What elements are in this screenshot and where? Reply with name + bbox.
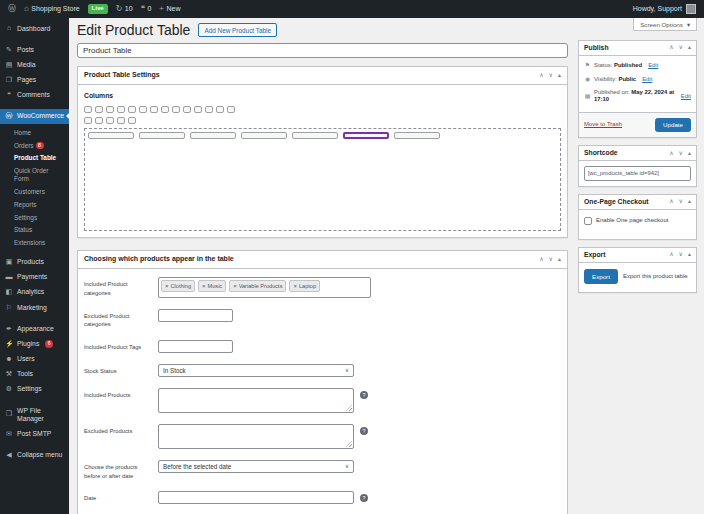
sidebar-subitem[interactable]: Reports (0, 198, 69, 211)
sidebar-subitem[interactable]: Extensions (0, 237, 69, 250)
column-button[interactable] (172, 106, 180, 113)
shortcode-value[interactable]: [wc_products_table id=942] (584, 166, 691, 181)
column-button[interactable] (194, 106, 202, 113)
move-up-icon[interactable]: ∧ (669, 251, 673, 258)
column-button[interactable] (84, 106, 92, 113)
excluded-categories-input[interactable] (158, 309, 233, 322)
stock-status-select[interactable]: In Stock ∨ (158, 364, 354, 377)
sidebar-item[interactable]: ⚙ Settings (0, 382, 69, 397)
sidebar-item[interactable]: ⚒ Tools (0, 367, 69, 382)
sidebar-subitem[interactable]: Product Table (0, 152, 69, 165)
move-down-icon[interactable]: ∨ (679, 150, 683, 157)
sidebar-subitem[interactable]: Home (0, 126, 69, 139)
included-tags-input[interactable] (158, 340, 233, 353)
sidebar-item[interactable]: ▬ Payments (0, 270, 69, 285)
update-button[interactable]: Update (655, 118, 691, 133)
updates-menu[interactable]: ↻ 10 (116, 4, 133, 14)
export-button[interactable]: Export (584, 269, 618, 284)
wp-logo-menu[interactable]: Ⓦ (8, 4, 16, 14)
selected-column-chip[interactable] (139, 132, 185, 139)
selected-column-chip[interactable] (241, 132, 287, 139)
column-button[interactable] (183, 106, 191, 113)
selected-column-chip[interactable] (292, 132, 338, 139)
sidebar-subitem[interactable]: Settings (0, 211, 69, 224)
move-down-icon[interactable]: ∨ (679, 44, 683, 51)
sidebar-item[interactable]: ◀ Collapse menu (0, 447, 69, 462)
column-button[interactable] (139, 106, 147, 113)
column-button[interactable] (150, 106, 158, 113)
sidebar-subitem[interactable]: Quick Order Form (0, 165, 69, 186)
new-menu[interactable]: + New (159, 4, 180, 14)
selected-column-chip[interactable] (394, 132, 440, 139)
help-icon[interactable]: ? (360, 494, 368, 502)
sidebar-item[interactable]: ✎ Posts (0, 42, 69, 57)
selected-column-chip[interactable] (343, 132, 389, 139)
sidebar-item[interactable]: ▣ Products (0, 255, 69, 270)
comments-menu[interactable]: ❝ 0 (141, 4, 152, 14)
category-chip[interactable]: × Music (198, 280, 226, 292)
excluded-products-textarea[interactable] (158, 424, 354, 449)
included-products-textarea[interactable] (158, 388, 354, 413)
shortcode-box-header[interactable]: Shortcode ∧ ∨ ▴ (579, 146, 696, 161)
sidebar-subitem[interactable]: Status (0, 224, 69, 237)
sidebar-item[interactable]: ✉ Post SMTP (0, 426, 69, 441)
edit-status-link[interactable]: Edit (648, 62, 658, 69)
remove-icon[interactable]: × (233, 283, 237, 290)
toggle-panel-icon[interactable]: ▴ (688, 251, 691, 258)
column-button[interactable] (117, 117, 125, 124)
column-button[interactable] (95, 117, 103, 124)
settings-box-header[interactable]: Product Table Settings ∧ ∨ ▴ (78, 67, 567, 85)
one-page-checkout-checkbox[interactable] (584, 217, 592, 225)
remove-icon[interactable]: × (165, 283, 169, 290)
move-down-icon[interactable]: ∨ (549, 72, 553, 79)
live-badge[interactable]: Live (88, 4, 108, 13)
remove-icon[interactable]: × (293, 283, 297, 290)
column-button[interactable] (227, 106, 235, 113)
selected-column-chip[interactable] (190, 132, 236, 139)
sidebar-item[interactable]: ❐ Pages (0, 73, 69, 88)
column-button[interactable] (84, 117, 92, 124)
column-button[interactable] (205, 106, 213, 113)
toggle-panel-icon[interactable]: ▴ (558, 72, 561, 79)
move-down-icon[interactable]: ∨ (549, 256, 553, 263)
selected-column-chip[interactable] (88, 132, 134, 139)
sidebar-item[interactable]: ⚡ Plugins 6 (0, 336, 69, 351)
edit-published-link[interactable]: Edit (681, 93, 691, 100)
column-button[interactable] (106, 106, 114, 113)
remove-icon[interactable]: × (202, 283, 206, 290)
move-up-icon[interactable]: ∧ (669, 44, 673, 51)
sidebar-item[interactable]: ✒ Appearance (0, 321, 69, 336)
toggle-panel-icon[interactable]: ▴ (558, 256, 561, 263)
column-button[interactable] (95, 106, 103, 113)
column-button[interactable] (161, 106, 169, 113)
help-icon[interactable]: ? (360, 391, 368, 399)
toggle-panel-icon[interactable]: ▴ (688, 44, 691, 51)
move-up-icon[interactable]: ∧ (669, 198, 673, 205)
howdy-menu[interactable]: Howdy, Support (633, 5, 682, 13)
category-chip[interactable]: × Variable Products (229, 280, 286, 292)
help-icon[interactable]: ? (360, 427, 368, 435)
move-up-icon[interactable]: ∧ (539, 256, 543, 263)
site-menu[interactable]: ⌂ Shopping Store (24, 4, 80, 14)
export-box-header[interactable]: Export ∧ ∨ ▴ (579, 248, 696, 263)
sidebar-subitem[interactable]: Orders 8 (0, 139, 69, 152)
move-to-trash-link[interactable]: Move to Trash (584, 121, 622, 128)
sidebar-item[interactable]: ☻ Users (0, 352, 69, 367)
edit-visibility-link[interactable]: Edit (642, 76, 652, 83)
sidebar-item[interactable]: ▤ Media (0, 57, 69, 72)
sidebar-item-woocommerce[interactable]: Ⓦ WooCommerce (0, 109, 69, 124)
move-up-icon[interactable]: ∧ (669, 150, 673, 157)
included-categories-input[interactable]: × Clothing × Music × Variable Products × (158, 277, 371, 297)
screen-options-tab[interactable]: Screen Options ▾ (633, 18, 697, 31)
column-button[interactable] (106, 117, 114, 124)
sidebar-item[interactable]: ◧ Analytics (0, 285, 69, 300)
sidebar-item[interactable]: ❒ WP File Manager (0, 403, 69, 426)
category-chip[interactable]: × Clothing (161, 280, 195, 292)
table-title-input[interactable] (77, 43, 568, 58)
selected-columns-dropzone[interactable] (84, 128, 561, 231)
publish-box-header[interactable]: Publish ∧ ∨ ▴ (579, 41, 696, 56)
toggle-panel-icon[interactable]: ▴ (688, 198, 691, 205)
date-input[interactable] (158, 491, 354, 504)
add-new-product-table-button[interactable]: Add New Product Table (198, 23, 277, 37)
sidebar-item[interactable]: ⚐ Marketing (0, 300, 69, 315)
